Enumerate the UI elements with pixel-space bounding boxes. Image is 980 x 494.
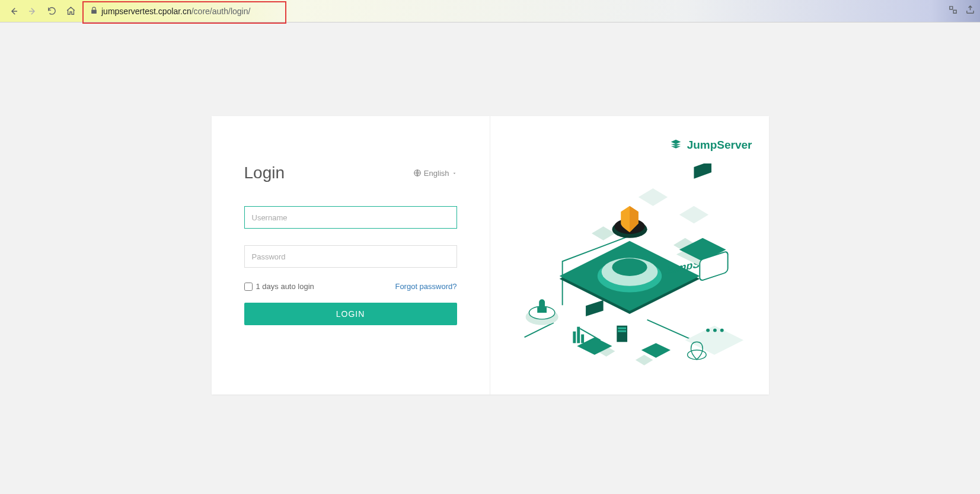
svg-marker-6 <box>635 355 653 365</box>
auto-login-checkbox[interactable] <box>244 283 253 291</box>
svg-point-34 <box>687 350 706 360</box>
home-button[interactable] <box>62 2 79 20</box>
svg-marker-1 <box>638 188 667 206</box>
home-icon <box>66 6 76 16</box>
svg-rect-29 <box>618 328 626 329</box>
lock-icon <box>90 6 98 17</box>
svg-rect-31 <box>573 332 576 344</box>
svg-marker-3 <box>591 226 614 240</box>
reload-button[interactable] <box>43 2 60 20</box>
brand-panel: JumpServer <box>490 116 769 394</box>
browser-right-icons <box>948 5 975 17</box>
forgot-password-link[interactable]: Forgot password? <box>395 282 457 291</box>
url-path: /core/auth/login/ <box>191 7 251 16</box>
login-form-panel: Login English 1 days auto login Forgot p… <box>212 116 490 394</box>
illustration: JumpServer <box>507 163 752 383</box>
arrow-right-icon <box>27 6 38 17</box>
url-bar[interactable]: jumpservertest.cpolar.cn/core/auth/login… <box>84 2 250 20</box>
auto-login-checkbox-group[interactable]: 1 days auto login <box>244 282 314 291</box>
reload-icon <box>47 6 57 16</box>
svg-point-22 <box>706 329 710 332</box>
brand-name: JumpServer <box>687 139 752 152</box>
globe-icon <box>413 169 422 177</box>
svg-rect-32 <box>577 327 580 344</box>
page-body: Login English 1 days auto login Forgot p… <box>0 23 980 494</box>
forward-button <box>24 2 42 20</box>
svg-marker-27 <box>641 343 670 358</box>
url-text: jumpservertest.cpolar.cn/core/auth/login… <box>101 7 250 16</box>
form-options-row: 1 days auto login Forgot password? <box>244 282 457 291</box>
login-button[interactable]: LOGIN <box>244 303 457 325</box>
browser-address-bar: jumpservertest.cpolar.cn/core/auth/login… <box>0 0 980 23</box>
share-icon[interactable] <box>965 5 975 17</box>
chevron-down-icon <box>452 171 457 176</box>
language-label: English <box>424 169 449 178</box>
login-card: Login English 1 days auto login Forgot p… <box>212 116 769 394</box>
login-header: Login English <box>244 163 457 182</box>
svg-point-23 <box>713 329 716 332</box>
login-title: Login <box>244 163 285 182</box>
arrow-left-icon <box>8 6 19 17</box>
username-input[interactable] <box>244 206 457 229</box>
svg-point-11 <box>612 258 647 276</box>
isometric-illustration-icon: JumpServer <box>507 163 752 383</box>
url-domain: jumpservertest.cpolar.cn <box>101 7 191 16</box>
svg-rect-26 <box>586 300 604 316</box>
svg-point-24 <box>720 329 723 332</box>
svg-rect-33 <box>581 335 584 344</box>
language-selector[interactable]: English <box>413 169 457 178</box>
svg-rect-30 <box>618 331 626 332</box>
svg-marker-2 <box>679 206 708 224</box>
nav-button-group <box>5 2 79 20</box>
back-button[interactable] <box>5 2 23 20</box>
password-input[interactable] <box>244 245 457 268</box>
brand-logo: JumpServer <box>507 139 752 152</box>
jumpserver-logo-icon <box>669 139 682 152</box>
auto-login-label: 1 days auto login <box>256 282 314 291</box>
svg-rect-19 <box>694 163 711 179</box>
translate-icon[interactable] <box>948 5 958 17</box>
